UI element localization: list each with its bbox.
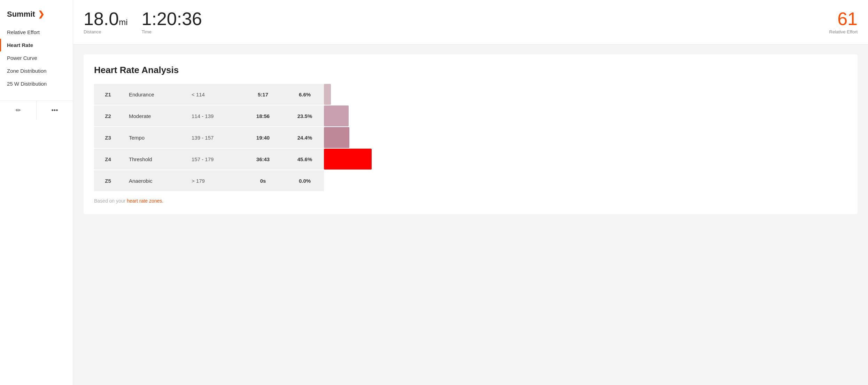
hr-zone-row-z1: Z1 Endurance < 114 5:17 6.6% <box>94 84 847 105</box>
zone-bar <box>324 84 847 105</box>
zone-name: Anaerobic <box>122 170 185 191</box>
edit-icon: ✏ <box>16 107 21 114</box>
sidebar-item-power-curve[interactable]: Power Curve <box>0 52 73 64</box>
footnote: Based on your heart rate zones. <box>94 198 847 204</box>
distance-unit: mi <box>119 17 127 27</box>
zone-bar <box>324 149 847 170</box>
heart-rate-card: Heart Rate Analysis Z1 Endurance < 114 5… <box>84 54 858 214</box>
effort-label: Relative Effort <box>829 29 858 34</box>
bar-fill <box>324 149 372 170</box>
hr-zone-row-z5: Z5 Anaerobic > 179 0s 0.0% <box>94 170 847 191</box>
zone-range: 114 - 139 <box>185 105 240 126</box>
brand-name: Summit <box>7 10 35 19</box>
effort-stat: 61 Relative Effort <box>829 10 858 34</box>
zone-time: 18:56 <box>240 105 286 126</box>
heart-rate-zones-link[interactable]: heart rate zones. <box>127 198 163 204</box>
hr-zone-row-z2: Z2 Moderate 114 - 139 18:56 23.5% <box>94 105 847 126</box>
zone-pct: 0.0% <box>286 170 324 191</box>
distance-stat: 18.0mi Distance <box>84 10 128 34</box>
brand-header: Summit ❯ <box>0 7 73 26</box>
zone-pct: 23.5% <box>286 105 324 126</box>
zone-pct: 24.4% <box>286 127 324 148</box>
hr-zones-table: Z1 Endurance < 114 5:17 6.6% Z2 Moderate… <box>94 84 847 191</box>
zone-label: Z5 <box>94 170 122 191</box>
zone-label: Z1 <box>94 84 122 105</box>
bar-fill <box>324 105 349 126</box>
sidebar-item-relative-effort[interactable]: Relative Effort <box>0 26 73 39</box>
distance-label: Distance <box>84 29 128 34</box>
zone-bar <box>324 127 847 148</box>
zone-label: Z2 <box>94 105 122 126</box>
zone-range: < 114 <box>185 84 240 105</box>
distance-number: 18.0 <box>84 9 119 29</box>
more-icon: ••• <box>52 107 58 114</box>
edit-button[interactable]: ✏ <box>0 101 37 120</box>
zone-pct: 45.6% <box>286 149 324 170</box>
zone-time: 36:43 <box>240 149 286 170</box>
zone-name: Threshold <box>122 149 185 170</box>
zone-bar <box>324 105 847 126</box>
time-stat: 1:20:36 Time <box>142 10 202 34</box>
zone-range: 157 - 179 <box>185 149 240 170</box>
brand-chevron-icon: ❯ <box>38 10 44 19</box>
hr-zone-row-z4: Z4 Threshold 157 - 179 36:43 45.6% <box>94 149 847 170</box>
stats-header: 18.0mi Distance 1:20:36 Time 61 Relative… <box>73 0 868 45</box>
zone-time: 19:40 <box>240 127 286 148</box>
zone-name: Endurance <box>122 84 185 105</box>
bar-fill <box>324 127 349 148</box>
sidebar-nav: Relative EffortHeart RatePower CurveZone… <box>0 26 73 90</box>
main-content: 18.0mi Distance 1:20:36 Time 61 Relative… <box>73 0 868 385</box>
zone-name: Moderate <box>122 105 185 126</box>
bar-fill <box>324 84 331 105</box>
zone-label: Z4 <box>94 149 122 170</box>
sidebar: Summit ❯ Relative EffortHeart RatePower … <box>0 0 73 385</box>
sidebar-item-heart-rate[interactable]: Heart Rate <box>0 39 73 52</box>
section-title: Heart Rate Analysis <box>94 65 847 76</box>
distance-value: 18.0mi <box>84 10 128 28</box>
zone-bar <box>324 170 847 191</box>
time-value: 1:20:36 <box>142 10 202 28</box>
zone-time: 5:17 <box>240 84 286 105</box>
time-label: Time <box>142 29 202 34</box>
more-button[interactable]: ••• <box>37 101 73 120</box>
footnote-prefix: Based on your <box>94 198 127 204</box>
zone-range: 139 - 157 <box>185 127 240 148</box>
zone-pct: 6.6% <box>286 84 324 105</box>
zone-time: 0s <box>240 170 286 191</box>
zone-label: Z3 <box>94 127 122 148</box>
stats-left: 18.0mi Distance 1:20:36 Time <box>84 10 202 34</box>
zone-range: > 179 <box>185 170 240 191</box>
sidebar-item-zone-distribution[interactable]: Zone Distribution <box>0 64 73 77</box>
zone-name: Tempo <box>122 127 185 148</box>
sidebar-actions: ✏ ••• <box>0 101 73 120</box>
sidebar-item-25w-distribution[interactable]: 25 W Distribution <box>0 77 73 90</box>
hr-zone-row-z3: Z3 Tempo 139 - 157 19:40 24.4% <box>94 127 847 148</box>
effort-value: 61 <box>829 10 858 28</box>
